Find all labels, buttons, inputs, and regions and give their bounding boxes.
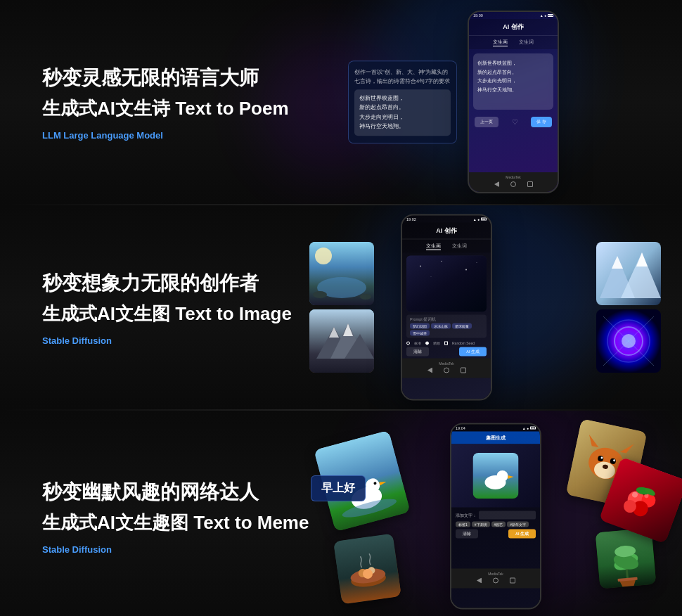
phone1-poem-content: 创新世界映蓝图， 新的起点昂首向。 大步走向光明日， 神马行空天地翔。 xyxy=(473,53,553,110)
svg-point-13 xyxy=(441,261,442,262)
phone3-text-input: 添加文字： xyxy=(456,511,536,520)
phone1-nav-recent[interactable] xyxy=(527,181,533,187)
phone2-image-display xyxy=(406,256,487,312)
phone1-tab1[interactable]: 文生画 xyxy=(493,39,508,46)
phone2-tag2[interactable]: 冰冻山脉 xyxy=(431,323,451,329)
phone1-frame: 19:00 ▲ ● AI 创作 文生画 文生词 创新世界 xyxy=(468,11,559,193)
section2-tech-label: Stable Diffusion xyxy=(42,335,292,345)
phone2-tag3[interactable]: 星球能量 xyxy=(452,323,472,329)
phone1-save-btn[interactable]: 保 存 xyxy=(531,117,552,127)
phone1-prev-btn[interactable]: 上一页 xyxy=(475,117,498,127)
section3-headline1: 秒变幽默风趣的网络达人 xyxy=(42,478,309,506)
phone3-nav-recent[interactable] xyxy=(510,578,515,584)
svg-point-15 xyxy=(476,262,477,263)
phone3-text-field[interactable] xyxy=(479,511,536,520)
phone2-tab1[interactable]: 文生画 xyxy=(426,243,441,250)
svg-point-44 xyxy=(497,470,508,482)
phone3-title: 趣图生成 xyxy=(451,432,540,444)
section1-tech-label: LLM Large Language Model xyxy=(42,129,289,140)
gallery-img-3 xyxy=(596,242,661,305)
phone3-gen-btn[interactable]: AI 生成 xyxy=(508,530,536,539)
phone2-opt3: Random Seed xyxy=(452,341,475,345)
phone2-opt2: 精致 xyxy=(433,341,440,345)
phone3-tag4[interactable]: #新年文字 xyxy=(507,522,529,527)
phone2-nav-recent[interactable] xyxy=(461,368,466,373)
phone2-tab2[interactable]: 文生词 xyxy=(452,243,467,250)
phone3-clear-btn[interactable]: 清除 xyxy=(456,530,478,539)
phone3-meme-display xyxy=(451,444,540,508)
phone3-tag3[interactable]: #园艺 xyxy=(491,522,506,527)
phone2-time: 19:02 xyxy=(406,217,416,222)
phone1-tab2[interactable]: 文生词 xyxy=(519,39,534,46)
phone2-action-row: 清除 AI 生成 xyxy=(406,347,487,357)
phone2-clear-btn[interactable]: 清除 xyxy=(406,347,429,357)
phone2-wrapper: 19:02 ▲ ● AI 创作 文生画 文生词 xyxy=(401,214,492,401)
section-text-to-meme: 秒变幽默风趣的网络达人 生成式AI文生趣图 Text to Meme Stabl… xyxy=(0,411,682,616)
phone3-wrapper: 19:04 ▲ ● 趣图生成 xyxy=(450,423,541,610)
section1-text-area: 秒变灵感无限的语言大师 生成式AI文生诗 Text to Poem LLM La… xyxy=(42,64,289,141)
phone2-gen-btn[interactable]: AI 生成 xyxy=(459,347,487,357)
phone3-add-label: 添加文字： xyxy=(456,513,477,518)
gallery-img-2 xyxy=(309,309,374,373)
meme-greeting-card: 早上好 xyxy=(311,475,366,501)
phone3-nav-home[interactable] xyxy=(493,578,498,584)
meme-scene: 早上好 xyxy=(302,411,682,616)
phone2-opt1-radio[interactable] xyxy=(406,341,410,345)
svg-point-12 xyxy=(420,266,421,267)
phone2-opt3-check[interactable] xyxy=(444,341,448,345)
left-gallery xyxy=(309,242,374,373)
phone2-signal: ▲ ● xyxy=(473,217,487,222)
phone1-status-bar: 19:00 ▲ ● xyxy=(469,12,558,19)
svg-rect-11 xyxy=(406,256,487,312)
gallery-img-4 xyxy=(596,309,661,373)
phone2-nav-home[interactable] xyxy=(444,368,449,373)
phone1-heart-icon[interactable]: ♡ xyxy=(512,118,518,126)
meme-card-food xyxy=(333,534,401,605)
svg-point-14 xyxy=(465,269,467,271)
phone2-tag4[interactable]: 雪中城堡 xyxy=(410,331,430,336)
svg-point-3 xyxy=(313,291,327,298)
section3-tech-label: Stable Diffusion xyxy=(42,544,309,554)
section1-headline1: 秒变灵感无限的语言大师 xyxy=(42,64,289,91)
prompt-card-text: 创作一首以"创、新、大、神"为藏头的七言诗，输出的诗需符合4句7字的要求 xyxy=(354,68,451,86)
phone1-nav-home[interactable] xyxy=(510,181,516,187)
phone2-opt2-radio[interactable] xyxy=(425,341,429,345)
phone3-nav xyxy=(454,576,537,586)
section3-headline2: 生成式AI文生趣图 Text to Meme xyxy=(42,510,309,535)
section2-headline2: 生成式AI文生图 Text to Image xyxy=(42,301,292,326)
right-gallery xyxy=(596,242,661,373)
phone3-tag1[interactable]: 标签1 xyxy=(456,522,470,527)
svg-point-4 xyxy=(360,294,371,300)
phone3-card-preview xyxy=(473,453,519,499)
svg-point-1 xyxy=(315,248,332,264)
svg-point-16 xyxy=(431,276,432,277)
section2-headline1: 秒变想象力无限的创作者 xyxy=(42,269,292,297)
phone1-poem-text: 创新世界映蓝图， 新的起点昂首向。 大步走向光明日， 神马行空天地翔。 xyxy=(477,59,549,94)
phone2-status-bar: 19:02 ▲ ● xyxy=(402,216,491,223)
phone3-screen: 19:04 ▲ ● 趣图生成 xyxy=(451,425,540,608)
phone1-actions: 上一页 ♡ 保 存 xyxy=(475,114,552,130)
phone3-status-bar: 19:04 ▲ ● xyxy=(451,425,540,432)
phone3-action-row: 清除 AI 生成 xyxy=(456,530,536,539)
phone2-prompt-label: Prompt 提词机 xyxy=(410,317,483,322)
section3-text-area: 秒变幽默风趣的网络达人 生成式AI文生趣图 Text to Meme Stabl… xyxy=(42,478,309,555)
poem-prompt-card: 创作一首以"创、新、大、神"为藏头的七言诗，输出的诗需符合4句7字的要求 创新世… xyxy=(348,60,457,143)
phone1-screen: 19:00 ▲ ● AI 创作 文生画 文生词 创新世界 xyxy=(469,12,558,192)
phone2-options: 标准 精致 Random Seed xyxy=(406,341,487,345)
phone1-title: AI 创作 xyxy=(469,19,558,36)
poem-output-text: 创新世界映蓝图， 新的起点昂首向。 大步走向光明日， 神马行空天地翔。 xyxy=(359,94,446,131)
phone3-tags: 标签1 #下厨房 #园艺 #新年文字 xyxy=(456,522,536,527)
phone1-tabs: 文生画 文生词 xyxy=(469,36,558,49)
poem-output-box: 创新世界映蓝图， 新的起点昂首向。 大步走向光明日， 神马行空天地翔。 xyxy=(354,89,451,136)
phone3-tag2[interactable]: #下厨房 xyxy=(472,522,490,527)
phone2-tag1[interactable]: 梦幻花园 xyxy=(410,323,430,329)
phone1-nav-back[interactable] xyxy=(494,181,499,187)
phone1-wrapper: 19:00 ▲ ● AI 创作 文生画 文生词 创新世界 xyxy=(468,11,559,193)
gallery-img-1 xyxy=(309,242,374,305)
phone2-tabs: 文生画 文生词 xyxy=(402,240,491,253)
section1-headline2: 生成式AI文生诗 Text to Poem xyxy=(42,96,289,121)
phone2-nav-back[interactable] xyxy=(427,368,432,373)
phone2-prompt-area: Prompt 提词机 梦幻花园 冰冻山脉 星球能量 雪中城堡 xyxy=(406,315,487,338)
phone3-brand: MediaTek xyxy=(451,569,540,589)
phone3-nav-back[interactable] xyxy=(477,578,482,584)
